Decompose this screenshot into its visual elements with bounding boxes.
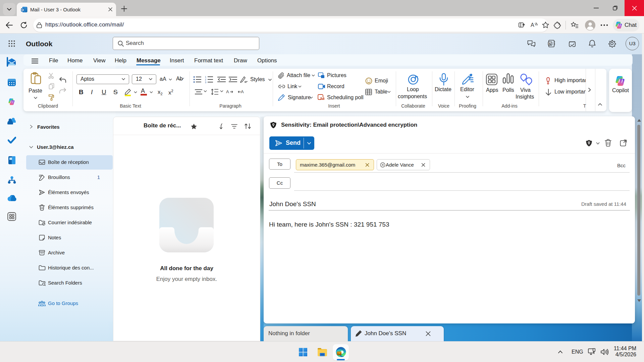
svg-text:2: 2 [205,78,206,81]
svg-text:N: N [549,42,551,46]
svg-text:3: 3 [205,81,206,83]
svg-text:1: 1 [205,76,206,78]
svg-text:A: A [241,89,244,94]
svg-text:A: A [531,22,534,28]
svg-text:A: A [226,89,229,94]
